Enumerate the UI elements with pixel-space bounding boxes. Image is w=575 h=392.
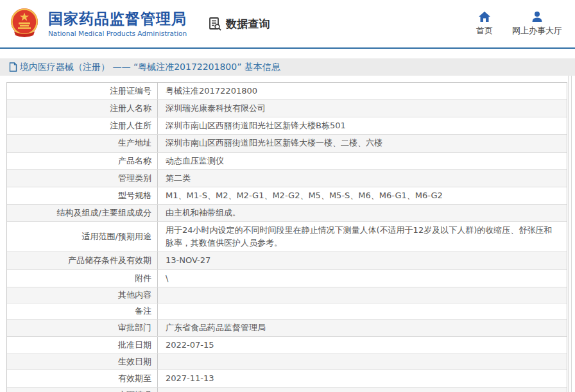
- row-value: 动态血压监测仪: [158, 153, 567, 169]
- row-value: [158, 388, 567, 392]
- doc-search-icon: [207, 16, 223, 31]
- table-row: 型号规格M1、M1-S、M2、M2-G1、M2-G2、M5、M5-S、M6、M6…: [7, 187, 567, 204]
- table-row: 注册人名称深圳瑞光康泰科技有限公司: [7, 99, 567, 117]
- breadcrumb: 境内医疗器械（注册） —— “粤械注准20172201800” 基本信息: [0, 58, 575, 76]
- table-row: 其他内容: [7, 287, 567, 303]
- row-label: 生产地址: [7, 135, 158, 151]
- brand-subtitle: National Medical Products Administration: [48, 30, 187, 37]
- row-value: 用于24小时内设定的不同时间段里在静止情况下测量人体(不适用于12岁及以下人群)…: [158, 222, 567, 251]
- nav-service-hall-label: 网上办事大厅: [512, 25, 562, 37]
- breadcrumb-text: 境内医疗器械（注册） —— “粤械注准20172201800” 基本信息: [20, 62, 280, 73]
- row-value: \: [158, 270, 567, 287]
- row-label: 产品储存条件及有效期: [7, 252, 158, 269]
- table-row: 生效日期: [7, 354, 567, 370]
- row-value: 2022-07-15: [158, 337, 567, 354]
- row-value: M1、M1-S、M2、M2-G1、M2-G2、M5、M5-S、M6、M6-G1、…: [158, 187, 567, 204]
- table-row: 产品储存条件及有效期13-NOV-27: [7, 251, 567, 269]
- data-query-tab[interactable]: 数据查询: [207, 16, 270, 31]
- table-row: 产品名称动态血压监测仪: [7, 152, 567, 169]
- row-value: 深圳市南山区西丽街道阳光社区新锋大楼B栋501: [158, 117, 567, 134]
- header-nav: 首页 网上办事大厅: [476, 11, 562, 37]
- row-label: 批准日期: [7, 337, 158, 354]
- row-label: 审批部门: [7, 320, 158, 336]
- table-row: 有效期至2027-11-13: [7, 370, 567, 387]
- brand-text: 国家药品监督管理局 National Medical Products Admi…: [48, 10, 187, 37]
- user-icon: [531, 11, 544, 22]
- row-label: 结构及组成/主要组成成分: [7, 205, 158, 221]
- table-row: 变更情况: [7, 387, 567, 392]
- row-label: 注册人名称: [7, 100, 158, 117]
- row-value: 由主机和袖带组成。: [158, 205, 567, 221]
- table-row: 适用范围/预期用途用于24小时内设定的不同时间段里在静止情况下测量人体(不适用于…: [7, 221, 567, 251]
- row-label: 变更情况: [7, 388, 158, 392]
- home-icon: [478, 11, 491, 22]
- national-emblem-icon: [8, 7, 41, 40]
- row-label: 适用范围/预期用途: [7, 222, 158, 251]
- row-value: 广东省食品药品监督管理局: [158, 320, 567, 336]
- header: 国家药品监督管理局 National Medical Products Admi…: [0, 0, 575, 49]
- row-value: 深圳市南山区西丽街道阳光社区新锋大楼一楼、二楼、六楼: [158, 135, 567, 151]
- brand-title: 国家药品监督管理局: [48, 10, 187, 28]
- nav-home-label: 首页: [476, 25, 493, 37]
- row-label: 管理类别: [7, 170, 158, 187]
- table-row: 附件\: [7, 269, 567, 287]
- row-label: 产品名称: [7, 153, 158, 169]
- row-label: 备注: [7, 303, 158, 319]
- table-row: 注册证编号粤械注准20172201800: [7, 83, 567, 99]
- table-row: 审批部门广东省食品药品监督管理局: [7, 319, 567, 336]
- document-icon: [9, 62, 17, 72]
- row-value: [158, 287, 567, 303]
- table-row: 备注: [7, 303, 567, 319]
- row-value: 2027-11-13: [158, 370, 567, 387]
- row-label: 型号规格: [7, 187, 158, 204]
- page: 国家药品监督管理局 National Medical Products Admi…: [0, 0, 575, 392]
- row-value: [158, 303, 567, 319]
- nav-service-hall[interactable]: 网上办事大厅: [512, 11, 562, 37]
- table-row: 生产地址深圳市南山区西丽街道阳光社区新锋大楼一楼、二楼、六楼: [7, 134, 567, 151]
- row-label: 生效日期: [7, 354, 158, 370]
- content-scrollbar[interactable]: [568, 76, 572, 392]
- table-row: 注册人住所深圳市南山区西丽街道阳光社区新锋大楼B栋501: [7, 117, 567, 134]
- row-label: 有效期至: [7, 370, 158, 387]
- row-label: 注册人住所: [7, 117, 158, 134]
- table-row: 批准日期2022-07-15: [7, 336, 567, 354]
- row-label: 其他内容: [7, 287, 158, 303]
- row-value: 粤械注准20172201800: [158, 83, 567, 99]
- registration-info-table: 注册证编号粤械注准20172201800 注册人名称深圳瑞光康泰科技有限公司 注…: [6, 82, 567, 392]
- data-query-label: 数据查询: [226, 17, 270, 31]
- row-value: 13-NOV-27: [158, 252, 567, 269]
- row-value: [158, 354, 567, 370]
- site-logo[interactable]: 国家药品监督管理局 National Medical Products Admi…: [8, 7, 187, 40]
- row-label: 注册证编号: [7, 83, 158, 99]
- table-row: 管理类别第二类: [7, 169, 567, 187]
- row-value: 深圳瑞光康泰科技有限公司: [158, 100, 567, 117]
- row-value: 第二类: [158, 170, 567, 187]
- row-label: 附件: [7, 270, 158, 287]
- table-row: 结构及组成/主要组成成分由主机和袖带组成。: [7, 204, 567, 221]
- nav-home[interactable]: 首页: [476, 11, 493, 37]
